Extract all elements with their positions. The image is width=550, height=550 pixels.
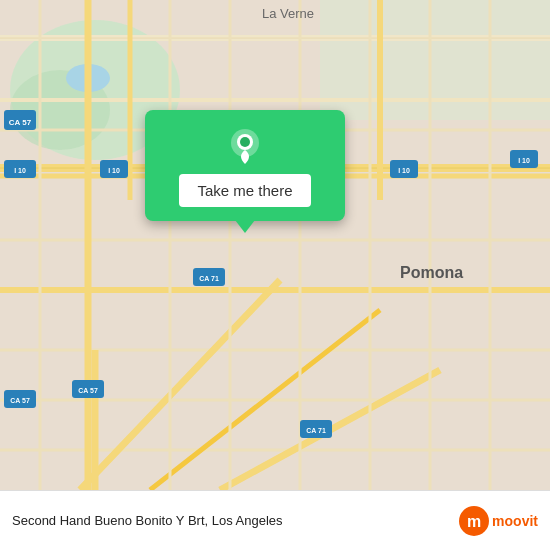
svg-text:I 10: I 10	[14, 167, 26, 174]
location-pin-icon	[227, 128, 263, 164]
svg-text:CA 57: CA 57	[78, 387, 98, 394]
svg-text:CA 57: CA 57	[10, 397, 30, 404]
svg-text:I 10: I 10	[108, 167, 120, 174]
take-me-there-button[interactable]: Take me there	[179, 174, 310, 207]
svg-text:m: m	[467, 513, 481, 530]
map-svg: CA 57 I 10 I 10 I 10 CA 71 CA 71 CA 57 C…	[0, 0, 550, 490]
svg-text:I 10: I 10	[518, 157, 530, 164]
moovit-logo: m moovit	[458, 505, 538, 537]
svg-point-53	[240, 137, 250, 147]
place-title: Second Hand Bueno Bonito Y Brt, Los Ange…	[12, 513, 458, 528]
svg-text:I 10: I 10	[398, 167, 410, 174]
moovit-icon: m	[458, 505, 490, 537]
moovit-text: moovit	[492, 513, 538, 529]
svg-text:Pomona: Pomona	[400, 264, 463, 281]
svg-text:CA 57: CA 57	[9, 118, 32, 127]
svg-text:La Verne: La Verne	[262, 6, 314, 21]
svg-text:CA 71: CA 71	[199, 275, 219, 282]
map-container: CA 57 I 10 I 10 I 10 CA 71 CA 71 CA 57 C…	[0, 0, 550, 490]
svg-text:CA 71: CA 71	[306, 427, 326, 434]
bottom-bar: Second Hand Bueno Bonito Y Brt, Los Ange…	[0, 490, 550, 550]
popup-card: Take me there	[145, 110, 345, 221]
